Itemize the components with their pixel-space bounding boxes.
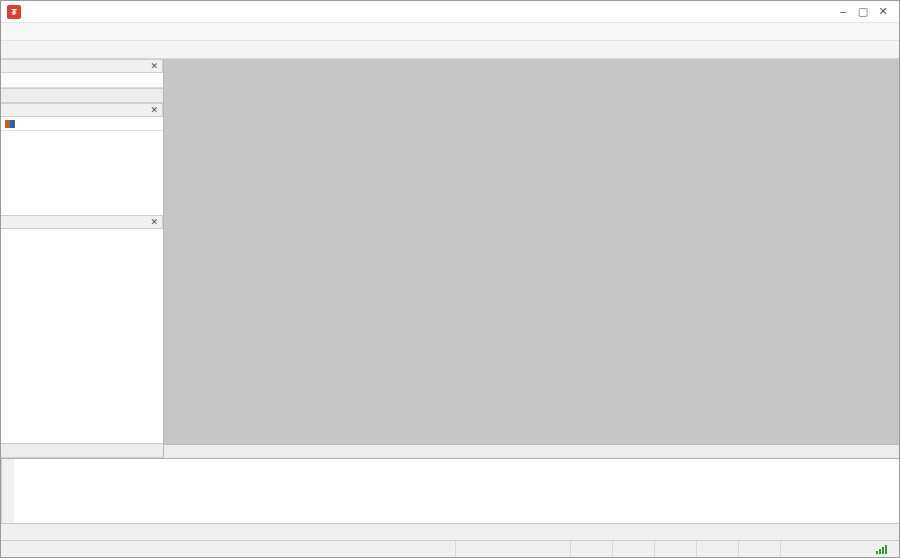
- market-watch-tabs: [1, 88, 163, 103]
- signal-bars-icon: [876, 545, 887, 554]
- main-area: ✕ ✕ ✕: [1, 59, 899, 458]
- left-panels: ✕ ✕ ✕: [1, 59, 164, 458]
- toolbar: [1, 41, 899, 59]
- navigator-tree: [1, 229, 163, 443]
- status-help-text: [1, 541, 456, 557]
- data-window-header: ✕: [1, 103, 163, 117]
- status-profile[interactable]: [456, 541, 571, 557]
- market-watch: [1, 73, 163, 88]
- navigator-header: ✕: [1, 215, 163, 229]
- chart-icon: [5, 120, 15, 128]
- maximize-button[interactable]: ▢: [853, 5, 873, 18]
- menubar: [1, 23, 899, 41]
- data-window-symbol-row: [1, 117, 163, 131]
- chart-tab-bar: [164, 444, 899, 458]
- window-controls: –▢✕: [833, 5, 893, 18]
- close-icon[interactable]: ✕: [150, 105, 158, 115]
- navigator-tabs: [1, 443, 163, 458]
- app-icon: ₮: [7, 5, 21, 19]
- market-watch-header: ✕: [1, 59, 163, 73]
- chart-area: [164, 59, 899, 458]
- toolbox-tab-bar: [1, 523, 899, 540]
- minimize-button[interactable]: –: [833, 5, 853, 18]
- toolbox-panel: [1, 458, 899, 523]
- titlebar: ₮ –▢✕: [1, 1, 899, 23]
- close-icon[interactable]: ✕: [150, 217, 158, 227]
- close-button[interactable]: ✕: [873, 5, 893, 18]
- toolbox-vertical-label[interactable]: [1, 459, 14, 523]
- data-window-fields: [1, 131, 163, 215]
- connection-status[interactable]: [876, 545, 899, 554]
- market-watch-columns: [1, 73, 163, 88]
- statusbar: [1, 540, 899, 557]
- close-icon[interactable]: ✕: [150, 61, 158, 71]
- mt5-window: ₮ –▢✕ ✕ ✕: [0, 0, 900, 558]
